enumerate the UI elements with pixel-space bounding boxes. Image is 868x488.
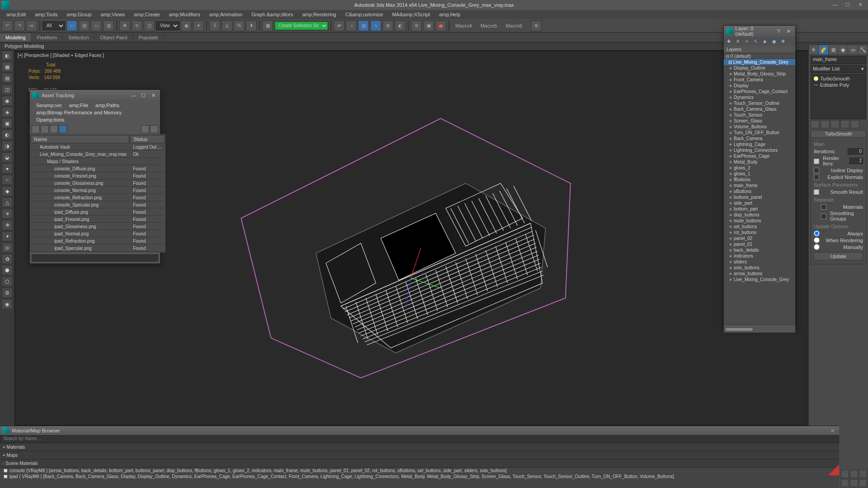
iterations-spinner[interactable]: 0 xyxy=(848,148,863,155)
materials-group[interactable]: + Materials xyxy=(0,443,839,451)
render-iters-spinner[interactable]: 2 xyxy=(849,158,863,164)
layer-hide-button[interactable]: ◉ xyxy=(770,38,778,45)
edit-named-sel-button[interactable]: ▦ xyxy=(262,20,273,31)
asset-row[interactable]: ipad_Specular.pngFound xyxy=(31,245,165,252)
asset-row[interactable]: ipad_Normal.pngFound xyxy=(31,231,165,237)
asset-refresh-button[interactable] xyxy=(32,125,40,133)
asset-menu-item[interactable]: amp;Paths xyxy=(92,102,123,109)
layer-item[interactable]: ◆Lightning_Connectors xyxy=(724,147,795,153)
layer-item[interactable]: ◆Back_Camera_Glass xyxy=(724,106,795,112)
zoom-button[interactable] xyxy=(850,470,858,478)
layer-item[interactable]: ◆Display_Outline xyxy=(724,65,795,71)
motion-tab[interactable]: ◉ xyxy=(838,45,848,55)
layer-item[interactable]: ◆Back_Camera xyxy=(724,136,795,141)
bulb-icon[interactable] xyxy=(814,76,818,81)
snap-toggle-button[interactable]: 3 xyxy=(209,20,220,31)
update-button[interactable]: Update xyxy=(814,252,863,260)
layer-item[interactable]: ◆glows_2 xyxy=(724,165,795,171)
left-tool-button[interactable]: ◫ xyxy=(2,84,13,94)
redo-button[interactable]: ↷ xyxy=(14,20,25,31)
left-tool-button[interactable]: ▣ xyxy=(2,118,13,128)
layer-item[interactable]: ◆Display xyxy=(724,83,795,89)
layer-item[interactable]: ◆Live_Mixing_Console_Grey xyxy=(724,277,795,282)
remove-mod-button[interactable] xyxy=(840,120,849,128)
pivot-button[interactable]: ◉ xyxy=(181,20,192,31)
layer-highlight-button[interactable]: ◈ xyxy=(761,38,769,45)
scale-button[interactable]: ◫ xyxy=(144,20,155,31)
sep-materials-check[interactable] xyxy=(821,204,828,210)
asset-tool-6[interactable] xyxy=(150,125,158,133)
left-tool-button[interactable]: ◉ xyxy=(2,96,13,106)
asset-col-status[interactable]: Status xyxy=(130,135,164,143)
left-tool-button[interactable]: ◎ xyxy=(2,243,13,253)
layer-item[interactable]: ◆panel_02 xyxy=(724,235,795,241)
layer-item[interactable]: ◆Volume_Buttons xyxy=(724,124,795,130)
layer-item[interactable]: ◆disp_buttons xyxy=(724,212,795,218)
ribbon-tab[interactable]: Object Paint xyxy=(95,33,133,42)
minimize-button[interactable]: — xyxy=(829,0,841,9)
render-setup-button[interactable]: ⚙ xyxy=(411,20,422,31)
pan-button[interactable] xyxy=(841,470,849,478)
menu-item[interactable]: Graph &amp;ditors xyxy=(247,11,297,18)
spinnersnap-button[interactable]: ⬍ xyxy=(246,20,257,31)
asset-menu-item[interactable]: Seramp;ver xyxy=(33,102,66,109)
layer-item[interactable]: ◆EarPhones_Cage_Contact xyxy=(724,89,795,94)
update-render-radio[interactable] xyxy=(814,237,820,243)
ribbon-tab[interactable]: Selection xyxy=(63,33,94,42)
asset-tool-5[interactable] xyxy=(141,125,149,133)
update-manual-radio[interactable] xyxy=(814,244,820,250)
macro-4[interactable]: Macro4 xyxy=(452,21,476,30)
left-tool-button[interactable]: ▦ xyxy=(2,62,13,72)
orbit-button[interactable] xyxy=(859,470,867,478)
menu-item[interactable]: amp;Group xyxy=(62,11,96,18)
layer-item[interactable]: ◆EarPhones_Cage xyxy=(724,153,795,159)
asset-row[interactable]: ipad_Fresnel.pngFound xyxy=(31,216,165,223)
render-button[interactable]: 🫖 xyxy=(435,20,446,31)
left-tool-button[interactable]: △ xyxy=(2,197,13,207)
asset-row[interactable]: Live_Mixing_Console_Grey_max_vray.maxOk xyxy=(31,151,165,158)
percent-snap-button[interactable]: % xyxy=(234,20,245,31)
select-object-button[interactable]: ▭ xyxy=(66,20,77,31)
asset-menu-item[interactable]: amp;File xyxy=(66,102,92,109)
layer-item[interactable]: ◆Metal_Body xyxy=(724,159,795,165)
left-tool-button[interactable]: ✦ xyxy=(2,231,13,241)
left-tool-button[interactable]: ◐ xyxy=(2,51,13,61)
maximize-button[interactable]: ☐ xyxy=(842,0,854,9)
scene-materials-group[interactable]: - Scene Materials xyxy=(0,460,839,468)
object-name-field[interactable]: main_frame xyxy=(811,56,866,64)
asset-menu-item[interactable]: Opamp;tions xyxy=(33,116,68,123)
update-always-radio[interactable] xyxy=(814,230,820,236)
asset-row[interactable]: ipad_Glossiness.pngFound xyxy=(31,224,165,230)
layer-freeze-button[interactable]: ❄ xyxy=(779,38,787,45)
menu-item[interactable]: amp;Tools xyxy=(30,11,62,18)
menu-item[interactable]: amp;Edit xyxy=(2,11,30,18)
layer-item[interactable]: ◆panel_01 xyxy=(724,241,795,247)
asset-minimize-button[interactable]: — xyxy=(129,93,137,99)
left-tool-button[interactable]: ◉ xyxy=(2,299,13,309)
smooth-check[interactable] xyxy=(814,189,821,195)
manip-button[interactable]: ✦ xyxy=(193,20,204,31)
layer-item[interactable]: ◆Dynamics xyxy=(724,94,795,100)
asset-tool-2[interactable] xyxy=(41,125,49,133)
left-tool-button[interactable]: ○ xyxy=(2,175,13,185)
asset-row[interactable]: ipad_Diffuse.pngFound xyxy=(31,209,165,216)
modifier-list-select[interactable]: Modifier List▾ xyxy=(811,65,866,73)
select-region-rect-button[interactable]: ▭ xyxy=(91,20,102,31)
left-tool-button[interactable]: ◆ xyxy=(2,186,13,196)
asset-row[interactable]: console_Specular.pngFound xyxy=(31,202,165,208)
layer-help-button[interactable]: ? xyxy=(774,28,783,34)
macro-extra-button[interactable]: ⊕ xyxy=(531,20,542,31)
pin-stack-button[interactable] xyxy=(811,120,820,128)
layer-new-button[interactable]: ✚ xyxy=(725,38,733,45)
mirror-button[interactable]: ⇄ xyxy=(334,20,344,31)
layer-item[interactable]: ◆Turn_ON_OFF_Button xyxy=(724,130,795,136)
layer-item[interactable]: ◆Front_Camera xyxy=(724,77,795,83)
material-browser-close[interactable]: ✕ xyxy=(829,428,836,434)
layer-item[interactable]: ◆Touch_Sensor xyxy=(724,112,795,118)
refcoord-select[interactable]: View xyxy=(156,21,179,30)
layer-item[interactable]: ◆indicators xyxy=(724,253,795,259)
zoom-extents-button[interactable] xyxy=(841,479,849,487)
asset-menu-item[interactable]: amp;Bitmap Performance and Memory xyxy=(33,109,125,116)
sep-sg-check[interactable] xyxy=(821,213,828,219)
layer-add-button[interactable]: + xyxy=(743,38,751,45)
